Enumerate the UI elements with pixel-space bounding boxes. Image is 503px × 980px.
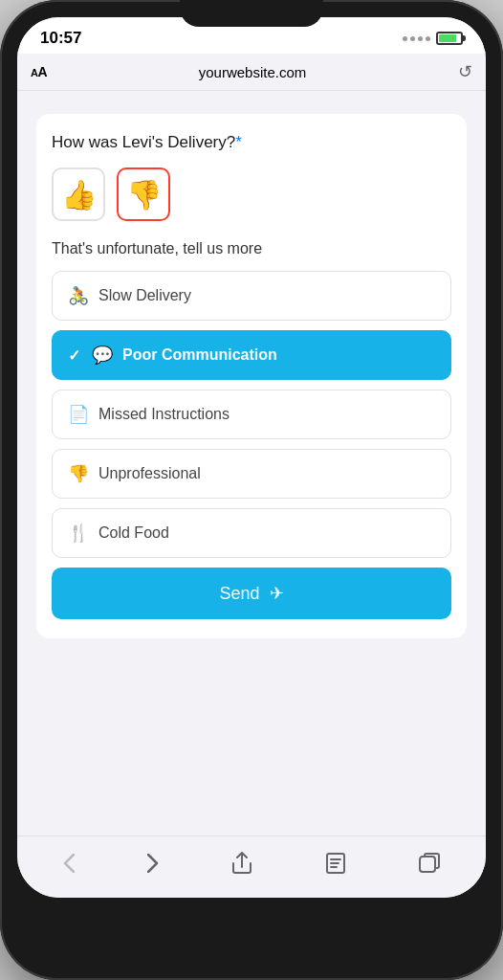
battery-icon: [436, 32, 463, 45]
status-time: 10:57: [40, 29, 81, 48]
rating-buttons: 👍 👎: [52, 167, 451, 221]
slow-delivery-icon: 🚴: [68, 285, 89, 306]
selected-checkmark-icon: ✓: [68, 346, 80, 365]
feedback-card: How was Levi's Delivery?* 👍 👎 That's unf…: [36, 114, 467, 638]
svg-rect-0: [420, 857, 435, 872]
phone-frame: 10:57 AA yourwebsite.com ↺: [0, 0, 503, 980]
signal-dot-1: [403, 36, 407, 41]
subtitle-text: That's unfortunate, tell us more: [52, 240, 451, 257]
thumbs-up-button[interactable]: 👍: [52, 167, 105, 221]
notch: [180, 0, 323, 27]
option-poor-communication[interactable]: ✓ 💬 Poor Communication: [52, 330, 451, 380]
thumbs-down-icon: 👎: [126, 178, 162, 212]
slow-delivery-label: Slow Delivery: [98, 287, 191, 304]
thumbs-up-icon: 👍: [61, 178, 97, 212]
signal-dots: [403, 36, 430, 41]
required-star: *: [235, 133, 242, 151]
signal-dot-3: [418, 36, 423, 41]
option-missed-instructions[interactable]: 📄 Missed Instructions: [52, 390, 451, 439]
unprofessional-label: Unprofessional: [98, 465, 201, 482]
send-button-label: Send: [219, 584, 259, 604]
send-icon: ✈: [270, 583, 284, 604]
browser-nav: [17, 835, 486, 898]
nav-back-button[interactable]: [54, 850, 84, 877]
nav-share-button[interactable]: [222, 848, 262, 879]
nav-forward-button[interactable]: [138, 850, 168, 877]
status-icons: [403, 32, 463, 45]
option-slow-delivery[interactable]: 🚴 Slow Delivery: [52, 271, 451, 321]
content-area: How was Levi's Delivery?* 👍 👎 That's unf…: [17, 91, 486, 835]
missed-instructions-icon: 📄: [68, 404, 89, 425]
browser-aa-button[interactable]: AA: [31, 64, 47, 79]
phone-screen: 10:57 AA yourwebsite.com ↺: [17, 17, 486, 898]
poor-communication-label: Poor Communication: [122, 346, 277, 364]
home-indicator: [185, 905, 318, 910]
browser-url[interactable]: yourwebsite.com: [56, 64, 448, 80]
nav-bookmarks-button[interactable]: [316, 848, 356, 879]
option-unprofessional[interactable]: 👎 Unprofessional: [52, 449, 451, 499]
poor-communication-icon: 💬: [92, 345, 113, 366]
send-button[interactable]: Send ✈: [52, 568, 451, 619]
nav-tabs-button[interactable]: [409, 849, 449, 878]
thumbs-down-button[interactable]: 👎: [117, 167, 170, 221]
question-label: How was Levi's Delivery?*: [52, 133, 451, 152]
browser-bar: AA yourwebsite.com ↺: [17, 54, 486, 91]
option-cold-food[interactable]: 🍴 Cold Food: [52, 508, 451, 558]
unprofessional-icon: 👎: [68, 463, 89, 484]
signal-dot-2: [410, 36, 415, 41]
battery-fill: [439, 34, 456, 42]
cold-food-icon: 🍴: [68, 523, 89, 544]
signal-dot-4: [426, 36, 430, 41]
missed-instructions-label: Missed Instructions: [98, 406, 230, 423]
cold-food-label: Cold Food: [98, 524, 169, 542]
browser-reload-button[interactable]: ↺: [458, 61, 472, 82]
